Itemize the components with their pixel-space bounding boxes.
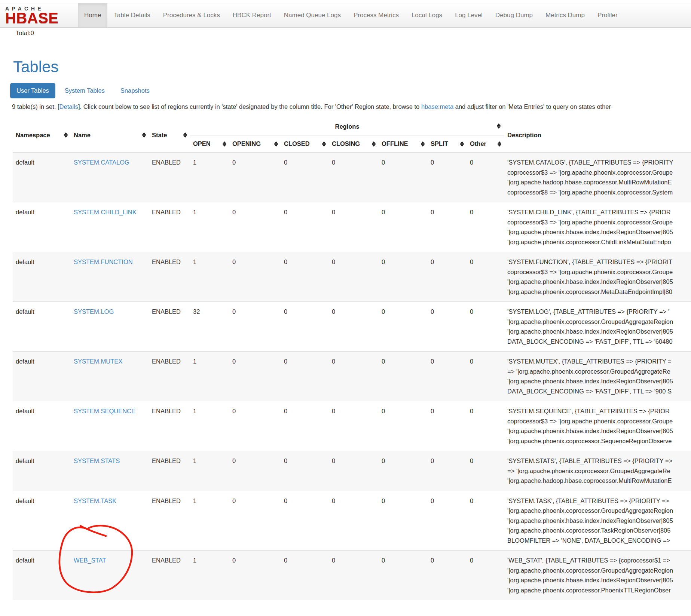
region-count-opening[interactable]: 0 (229, 551, 281, 600)
table-name-link[interactable]: SYSTEM.TASK (74, 497, 116, 504)
region-count-closing[interactable]: 0 (329, 252, 379, 302)
region-count-opening[interactable]: 0 (229, 302, 281, 352)
header-name[interactable]: Name (71, 118, 149, 153)
region-count-opening[interactable]: 0 (229, 153, 281, 202)
details-link[interactable]: Details (59, 103, 78, 110)
region-count-opening[interactable]: 0 (229, 252, 281, 302)
sort-icon[interactable] (183, 132, 187, 138)
region-count-closing[interactable]: 0 (329, 451, 379, 491)
sort-icon[interactable] (142, 132, 146, 138)
region-count-other[interactable]: 0 (467, 302, 504, 352)
header-region-state-split[interactable]: SPLIT (428, 135, 467, 153)
region-count-open[interactable]: 1 (190, 451, 229, 491)
region-count-closed[interactable]: 0 (281, 451, 329, 491)
region-count-closed[interactable]: 0 (281, 202, 329, 252)
region-count-opening[interactable]: 0 (229, 401, 281, 451)
sort-icon[interactable] (64, 132, 68, 138)
sort-icon[interactable] (421, 141, 425, 147)
region-count-closing[interactable]: 0 (329, 491, 379, 551)
region-count-open[interactable]: 1 (190, 491, 229, 551)
region-count-offline[interactable]: 0 (379, 551, 428, 600)
region-count-split[interactable]: 0 (428, 352, 467, 401)
tab-user-tables[interactable]: User Tables (10, 83, 55, 98)
sort-icon[interactable] (322, 141, 326, 147)
tab-snapshots[interactable]: Snapshots (114, 83, 156, 98)
nav-item-named-queue-logs[interactable]: Named Queue Logs (278, 3, 347, 27)
nav-item-home[interactable]: Home (78, 3, 107, 27)
table-name-link[interactable]: SYSTEM.SEQUENCE (74, 408, 135, 414)
region-count-closed[interactable]: 0 (281, 491, 329, 551)
header-state[interactable]: State (149, 118, 190, 153)
sort-icon[interactable] (223, 141, 226, 147)
nav-item-process-metrics[interactable]: Process Metrics (347, 3, 405, 27)
table-name-link[interactable]: SYSTEM.MUTEX (74, 358, 122, 365)
region-count-offline[interactable]: 0 (379, 451, 428, 491)
region-count-other[interactable]: 0 (467, 352, 504, 401)
region-count-split[interactable]: 0 (428, 451, 467, 491)
header-regions-group[interactable]: Regions (190, 118, 504, 135)
nav-item-table-details[interactable]: Table Details (107, 3, 156, 27)
region-count-split[interactable]: 0 (428, 202, 467, 252)
region-count-closed[interactable]: 0 (281, 551, 329, 600)
header-namespace[interactable]: Namespace (13, 118, 71, 153)
hbase-logo[interactable]: APACHE HBASE (0, 3, 78, 27)
region-count-offline[interactable]: 0 (379, 153, 428, 202)
region-count-closed[interactable]: 0 (281, 252, 329, 302)
sort-icon[interactable] (498, 141, 501, 147)
region-count-closed[interactable]: 0 (281, 352, 329, 401)
header-region-state-opening[interactable]: OPENING (229, 135, 281, 153)
table-name-link[interactable]: SYSTEM.STATS (74, 457, 120, 464)
region-count-open[interactable]: 1 (190, 352, 229, 401)
region-count-opening[interactable]: 0 (229, 491, 281, 551)
region-count-split[interactable]: 0 (428, 551, 467, 600)
nav-item-debug-dump[interactable]: Debug Dump (489, 3, 539, 27)
region-count-split[interactable]: 0 (428, 302, 467, 352)
region-count-closing[interactable]: 0 (329, 202, 379, 252)
sort-icon[interactable] (497, 123, 501, 129)
sort-icon[interactable] (460, 141, 464, 147)
region-count-closing[interactable]: 0 (329, 551, 379, 600)
region-count-split[interactable]: 0 (428, 401, 467, 451)
table-name-link[interactable]: WEB_STAT (74, 557, 106, 564)
region-count-opening[interactable]: 0 (229, 202, 281, 252)
region-count-closing[interactable]: 0 (329, 302, 379, 352)
table-name-link[interactable]: SYSTEM.LOG (74, 308, 114, 315)
region-count-split[interactable]: 0 (428, 491, 467, 551)
region-count-open[interactable]: 32 (190, 302, 229, 352)
table-name-link[interactable]: SYSTEM.CHILD_LINK (74, 209, 137, 215)
region-count-open[interactable]: 1 (190, 551, 229, 600)
region-count-closed[interactable]: 0 (281, 302, 329, 352)
region-count-offline[interactable]: 0 (379, 252, 428, 302)
region-count-offline[interactable]: 0 (379, 491, 428, 551)
region-count-closed[interactable]: 0 (281, 401, 329, 451)
region-count-open[interactable]: 1 (190, 401, 229, 451)
region-count-offline[interactable]: 0 (379, 401, 428, 451)
region-count-open[interactable]: 1 (190, 252, 229, 302)
table-name-link[interactable]: SYSTEM.CATALOG (74, 159, 129, 166)
region-count-other[interactable]: 0 (467, 551, 504, 600)
region-count-opening[interactable]: 0 (229, 451, 281, 491)
header-region-state-closed[interactable]: CLOSED (281, 135, 329, 153)
hbase-meta-link[interactable]: hbase:meta (421, 103, 453, 110)
nav-item-profiler[interactable]: Profiler (591, 3, 624, 27)
header-region-state-other[interactable]: Other (467, 135, 504, 153)
nav-item-hbck-report[interactable]: HBCK Report (226, 3, 278, 27)
nav-item-procedures-locks[interactable]: Procedures & Locks (157, 3, 226, 27)
region-count-offline[interactable]: 0 (379, 352, 428, 401)
region-count-other[interactable]: 0 (467, 153, 504, 202)
nav-item-metrics-dump[interactable]: Metrics Dump (539, 3, 591, 27)
nav-item-local-logs[interactable]: Local Logs (405, 3, 449, 27)
header-region-state-closing[interactable]: CLOSING (329, 135, 379, 153)
region-count-open[interactable]: 1 (190, 202, 229, 252)
region-count-closing[interactable]: 0 (329, 401, 379, 451)
nav-item-log-level[interactable]: Log Level (449, 3, 489, 27)
region-count-opening[interactable]: 0 (229, 352, 281, 401)
region-count-offline[interactable]: 0 (379, 202, 428, 252)
region-count-other[interactable]: 0 (467, 202, 504, 252)
region-count-closing[interactable]: 0 (329, 153, 379, 202)
region-count-open[interactable]: 1 (190, 153, 229, 202)
region-count-offline[interactable]: 0 (379, 302, 428, 352)
region-count-other[interactable]: 0 (467, 451, 504, 491)
region-count-other[interactable]: 0 (467, 491, 504, 551)
region-count-closing[interactable]: 0 (329, 352, 379, 401)
